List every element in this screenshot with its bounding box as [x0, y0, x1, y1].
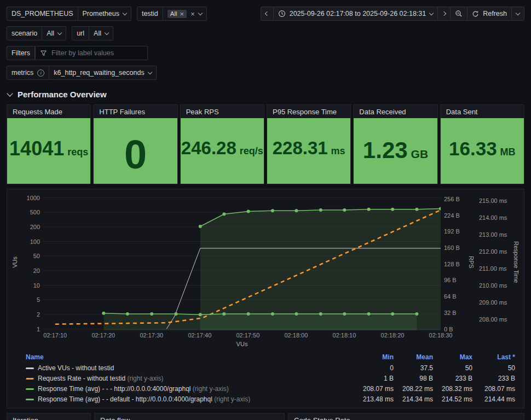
chevron-down-icon	[57, 30, 62, 34]
stat-unit: req/s	[240, 145, 263, 157]
metrics-value: k6_http_req_waiting_seconds	[54, 69, 144, 77]
stat-value-area: 246.28 req/s	[181, 118, 264, 184]
scenario-select[interactable]: All	[42, 26, 66, 40]
stat-unit: ms	[331, 145, 345, 157]
datasource-value: Prometheus	[83, 10, 119, 18]
clock-icon	[278, 10, 286, 18]
legend-series-name[interactable]: Active VUs - without testid	[26, 363, 360, 374]
stat-value: 0	[124, 135, 147, 175]
metrics-picker: metrics i k6_http_req_waiting_seconds	[7, 66, 157, 80]
filter-input-wrap	[35, 46, 148, 60]
legend-row: Response Time (avg) - - - http://0.0.0.0…	[26, 384, 515, 394]
legend-header: Name Min Mean Max Last *	[26, 352, 515, 363]
stat-panel-p95-response-time: P95 Response Time 228.31 ms	[267, 104, 351, 184]
panel-title[interactable]: Requests Made	[7, 105, 90, 118]
series-label: Active VUs - without testid	[38, 363, 114, 374]
series-axis-note: (right y-axis)	[127, 375, 163, 382]
y-axis-title-left: VUs	[10, 194, 19, 330]
refresh-interval-button[interactable]	[512, 7, 524, 21]
time-shift-forward-button[interactable]	[438, 7, 451, 21]
panel-title[interactable]: P95 Response Time	[267, 105, 350, 118]
legend-series-name[interactable]: Requests Rate - without testid (right y-…	[26, 374, 360, 384]
legend-mean: 98 B	[394, 374, 433, 384]
timeseries-plot[interactable]	[43, 194, 441, 330]
time-range-button[interactable]: 2025-09-26 02:17:08 to 2025-09-26 02:18:…	[274, 7, 438, 21]
legend-col-last[interactable]: Last *	[472, 352, 515, 363]
series-color-icon	[26, 399, 34, 400]
stat-value: 246.28	[181, 139, 236, 157]
chevron-down-icon	[198, 10, 203, 15]
legend-min: 1 B	[360, 374, 394, 384]
stat-panel-requests-made: Requests Made 14041 reqs	[7, 104, 91, 184]
data-flow-panel: Data flow	[94, 413, 285, 420]
series-label: Response Time (avg) - - - http://0.0.0.0…	[38, 385, 191, 393]
datasource-picker: DS_PROMETHEUS Prometheus	[7, 7, 131, 21]
panel-title[interactable]: Data Sent	[441, 105, 524, 118]
testid-select[interactable]: All × ×	[163, 7, 207, 21]
legend-col-mean[interactable]: Mean	[394, 352, 433, 363]
chevron-down-icon	[516, 10, 520, 15]
metrics-label-text: metrics	[11, 69, 33, 77]
stat-value-area: 16.33 MB	[441, 118, 524, 184]
chevron-right-icon	[442, 11, 446, 16]
legend-last: 233 B	[472, 374, 515, 384]
testid-label: testid	[137, 7, 163, 21]
scenario-label: scenario	[7, 26, 42, 40]
y-axis-rps-ticks: 256 B224 B192 B160 B128 B96 B64 B32 B0 B	[441, 194, 467, 330]
stat-panel-peak-rps: Peak RPS 246.28 req/s	[180, 104, 264, 184]
metrics-select[interactable]: k6_http_req_waiting_seconds	[49, 66, 156, 80]
refresh-button[interactable]: Refresh	[467, 7, 512, 21]
x-axis-ticks: 02:17:1002:17:2002:17:3002:17:4002:17:50…	[43, 332, 441, 341]
series-color-icon	[26, 378, 34, 380]
url-select[interactable]: All	[89, 26, 113, 40]
legend-last: 208.07 ms	[472, 384, 515, 394]
section-performance-overview[interactable]: Performance Overview	[0, 85, 531, 104]
legend-row: Requests Rate - without testid (right y-…	[26, 374, 515, 384]
section-title: Performance Overview	[18, 90, 107, 99]
panel-title[interactable]: Peak RPS	[181, 105, 264, 118]
bottom-panels-row: Iteration Data flow Code Status Rate	[0, 413, 531, 420]
legend-col-min[interactable]: Min	[360, 352, 394, 363]
legend-series-name[interactable]: Response Time (avg) - - - http://0.0.0.0…	[26, 384, 360, 394]
time-shift-back-button[interactable]	[261, 7, 274, 21]
zoom-out-icon	[455, 10, 463, 18]
legend-mean: 214.34 ms	[394, 394, 433, 405]
panel-title[interactable]: Data flow	[95, 413, 284, 420]
stat-value: 1.23	[363, 139, 408, 162]
legend-mean: 208.22 ms	[394, 384, 433, 394]
stat-value-area: 1.23 GB	[354, 118, 437, 184]
series-label: Response Time (avg) - - default - http:/…	[38, 395, 212, 403]
legend-last: 50	[472, 363, 515, 374]
panel-title[interactable]: HTTP Failures	[94, 105, 177, 118]
panel-title[interactable]: Iteration	[7, 413, 90, 420]
legend-row: Active VUs - without testid 0 37.5 50 50	[26, 363, 515, 374]
series-color-icon	[26, 388, 34, 390]
series-axis-note: (right y-axis)	[193, 385, 229, 393]
testid-chip[interactable]: All ×	[168, 10, 187, 18]
chevron-down-icon	[429, 10, 434, 15]
series-label: Requests Rate - without testid	[38, 375, 125, 382]
legend-col-max[interactable]: Max	[433, 352, 472, 363]
filter-input[interactable]	[50, 49, 143, 57]
time-controls: 2025-09-26 02:17:08 to 2025-09-26 02:18:…	[261, 7, 524, 21]
stat-value-area: 228.31 ms	[267, 118, 350, 184]
chart-area: VUs 1000500200100502010521 02:17:1002:17…	[10, 194, 521, 349]
datasource-select[interactable]: Prometheus	[78, 7, 131, 21]
y-axis-title-rps: RPS	[467, 194, 476, 330]
refresh-label: Refresh	[483, 10, 507, 18]
legend-col-name[interactable]: Name	[26, 352, 360, 363]
clear-values-icon[interactable]: ×	[191, 10, 195, 18]
legend-series-name[interactable]: Response Time (avg) - - default - http:/…	[26, 394, 360, 405]
stat-value: 16.33	[449, 139, 497, 158]
stat-unit: GB	[411, 148, 429, 161]
legend-max: 50	[433, 363, 472, 374]
zoom-out-button[interactable]	[451, 7, 467, 21]
chip-remove-icon[interactable]: ×	[180, 10, 184, 18]
panel-title[interactable]: Code Status Rate	[288, 413, 524, 420]
stats-row: Requests Made 14041 reqs HTTP Failures 0…	[0, 104, 531, 184]
legend-max: 214.52 ms	[433, 394, 472, 405]
testid-chip-label: All	[170, 10, 177, 17]
info-icon[interactable]: i	[37, 69, 44, 77]
panel-title[interactable]: Data Received	[354, 105, 437, 118]
chevron-down-icon	[7, 90, 13, 96]
